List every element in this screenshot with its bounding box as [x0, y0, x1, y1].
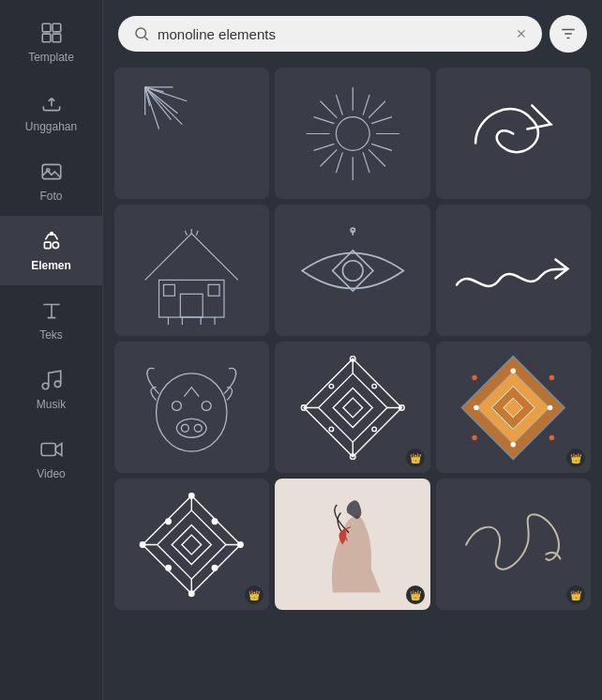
- svg-point-92: [166, 565, 171, 570]
- sidebar-label-teks: Teks: [39, 328, 63, 342]
- wavy-arrow-svg: [447, 215, 579, 327]
- svg-point-58: [195, 424, 203, 432]
- sidebar-label-elemen: Elemen: [31, 259, 71, 272]
- music-icon: [39, 368, 64, 392]
- clear-icon[interactable]: ✕: [516, 26, 527, 41]
- grid-item-1[interactable]: [114, 68, 269, 199]
- svg-point-90: [166, 519, 171, 524]
- main-content: monoline elements ✕: [103, 0, 602, 700]
- svg-rect-42: [209, 284, 220, 296]
- sidebar-label-video: Video: [37, 467, 65, 480]
- svg-line-29: [369, 100, 385, 117]
- svg-rect-2: [42, 34, 51, 42]
- svg-line-27: [320, 100, 337, 117]
- grid-item-11[interactable]: 👑: [275, 479, 429, 610]
- eye-diamond-svg: [287, 215, 419, 327]
- sidebar-item-template[interactable]: Template: [0, 8, 102, 77]
- svg-point-78: [549, 374, 554, 379]
- svg-point-80: [549, 434, 554, 439]
- text-icon: [39, 298, 64, 323]
- svg-line-30: [320, 149, 337, 166]
- svg-point-79: [472, 434, 476, 439]
- svg-line-35: [371, 116, 392, 123]
- template-icon: [39, 21, 64, 45]
- bull-svg: [126, 352, 258, 464]
- svg-point-71: [329, 427, 334, 432]
- svg-line-33: [313, 116, 334, 123]
- grid-item-3[interactable]: [436, 68, 591, 199]
- svg-point-77: [472, 374, 476, 379]
- grid-item-9[interactable]: 👑: [436, 342, 591, 473]
- search-input[interactable]: monoline elements: [158, 26, 508, 42]
- svg-point-22: [336, 116, 369, 150]
- grid-item-4[interactable]: [114, 205, 269, 336]
- hut-svg: [126, 215, 258, 327]
- batik-mono-svg: [287, 352, 419, 464]
- grid-item-5[interactable]: [275, 205, 429, 336]
- svg-point-55: [203, 401, 212, 410]
- swirl-line-svg: [447, 489, 579, 601]
- svg-point-68: [329, 384, 334, 388]
- search-bar: monoline elements ✕: [103, 0, 602, 64]
- crown-badge-12: 👑: [566, 586, 585, 604]
- batik-color-svg: [447, 352, 579, 464]
- svg-rect-4: [42, 164, 61, 178]
- grid-item-12[interactable]: 👑: [436, 479, 591, 610]
- sidebar-item-elemen[interactable]: Elemen: [0, 216, 102, 285]
- grid-item-7[interactable]: [114, 342, 269, 473]
- svg-rect-0: [42, 23, 51, 32]
- filter-icon: [560, 25, 577, 42]
- batik-white-svg: [126, 489, 258, 601]
- svg-point-91: [213, 519, 218, 524]
- svg-point-69: [372, 384, 377, 388]
- svg-rect-39: [159, 280, 224, 317]
- sidebar-item-unggahan[interactable]: Unggahan: [0, 77, 102, 146]
- sidebar-item-foto[interactable]: Foto: [0, 146, 102, 216]
- sidebar-item-teks[interactable]: Teks: [0, 285, 102, 355]
- svg-point-74: [548, 404, 552, 409]
- svg-point-76: [474, 404, 478, 409]
- sidebar-item-musik[interactable]: Musik: [0, 355, 102, 424]
- crown-badge-9: 👑: [566, 449, 585, 467]
- crown-badge-8: 👑: [406, 449, 425, 467]
- svg-rect-10: [41, 444, 55, 456]
- svg-line-15: [145, 86, 183, 124]
- swirl-arrow-svg: [447, 78, 579, 190]
- sidebar-item-video[interactable]: Video: [0, 424, 102, 494]
- crown-badge-11: 👑: [406, 586, 425, 604]
- svg-rect-3: [53, 34, 61, 42]
- svg-point-53: [157, 373, 227, 450]
- elements-grid: 👑: [103, 64, 602, 700]
- search-input-wrapper: monoline elements ✕: [118, 16, 542, 52]
- upload-icon: [39, 90, 64, 114]
- video-icon: [39, 437, 64, 462]
- svg-point-57: [182, 424, 189, 432]
- svg-point-93: [213, 565, 218, 570]
- svg-line-36: [371, 144, 392, 150]
- svg-point-54: [173, 401, 182, 410]
- elements-icon: [39, 229, 64, 253]
- svg-point-8: [42, 383, 49, 389]
- sidebar-label-musik: Musik: [37, 398, 66, 411]
- grid-item-8[interactable]: 👑: [275, 342, 429, 473]
- svg-point-11: [136, 28, 146, 38]
- sidebar-label-template: Template: [28, 51, 74, 64]
- grid-item-6[interactable]: [436, 205, 591, 336]
- svg-line-49: [197, 230, 199, 235]
- svg-point-70: [372, 427, 377, 432]
- filter-button[interactable]: [549, 15, 587, 53]
- svg-point-73: [511, 368, 516, 373]
- svg-rect-6: [44, 242, 51, 249]
- svg-line-28: [369, 149, 385, 166]
- photo-icon: [39, 160, 64, 184]
- corner-sun-svg: [126, 78, 258, 190]
- svg-rect-40: [181, 294, 203, 317]
- sidebar: Template Unggahan Foto Elemen Teks: [0, 0, 103, 700]
- svg-point-9: [54, 381, 61, 388]
- grid-item-2[interactable]: [275, 68, 429, 199]
- sidebar-label-foto: Foto: [39, 190, 62, 203]
- grid-item-10[interactable]: 👑: [114, 479, 269, 610]
- svg-point-75: [511, 442, 516, 447]
- svg-point-7: [53, 242, 59, 249]
- crown-badge-10: 👑: [245, 586, 263, 604]
